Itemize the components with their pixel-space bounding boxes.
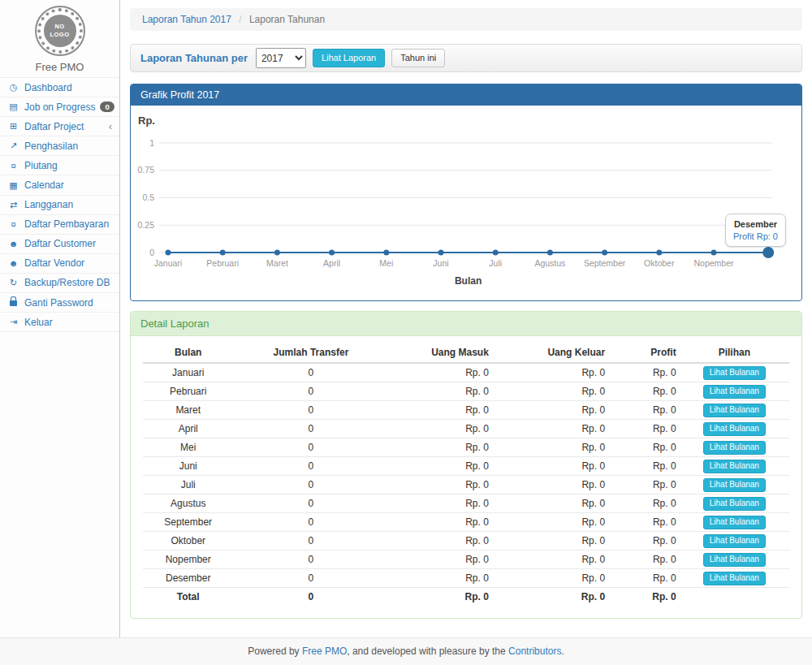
cell-profit: Rp. 0 bbox=[608, 494, 680, 513]
sidebar: NO LOGO Free PMO ◷Dashboard▤Job on Progr… bbox=[0, 0, 120, 637]
data-point[interactable] bbox=[656, 250, 662, 256]
cell-bulan: April bbox=[143, 420, 233, 438]
cell-jumlah: 0 bbox=[233, 513, 388, 532]
cell-masuk: Rp. 0 bbox=[388, 476, 491, 494]
col-uang-masuk: Uang Masuk bbox=[388, 343, 491, 363]
sidebar-item-dashboard[interactable]: ◷Dashboard bbox=[0, 78, 119, 97]
tahun-ini-button[interactable]: Tahun ini bbox=[391, 49, 445, 67]
cell-jumlah: 0 bbox=[233, 363, 388, 382]
cell-pilihan: Lihat Bulanan bbox=[680, 532, 789, 551]
cell-keluar: Rp. 0 bbox=[492, 494, 608, 513]
col-jumlah-transfer: Jumlah Transfer bbox=[233, 343, 388, 363]
cell-keluar: Rp. 0 bbox=[492, 551, 608, 569]
cell-bulan: September bbox=[143, 513, 233, 532]
footer-link-free-pmo[interactable]: Free PMO bbox=[302, 646, 347, 657]
cell-jumlah: 0 bbox=[233, 438, 388, 457]
data-point[interactable] bbox=[438, 250, 444, 256]
data-point[interactable] bbox=[166, 250, 171, 256]
highlighted-data-point[interactable] bbox=[762, 247, 774, 258]
sidebar-item-label: Daftar Pembayaran bbox=[24, 218, 109, 230]
breadcrumb-separator: / bbox=[239, 14, 241, 25]
cell-profit: Rp. 0 bbox=[608, 569, 680, 588]
sidebar-item-label: Langganan bbox=[24, 199, 73, 210]
breadcrumb-link-laporan-tahun[interactable]: Laporan Tahun 2017 bbox=[142, 14, 231, 25]
lihat-bulanan-button[interactable]: Lihat Bulanan bbox=[703, 460, 766, 473]
footer-text-prefix: Powered by bbox=[248, 646, 302, 657]
table-row: Januari0Rp. 0Rp. 0Rp. 0Lihat Bulanan bbox=[143, 363, 789, 382]
sidebar-item-ganti-password[interactable]: Ganti Password bbox=[0, 293, 119, 313]
cell-keluar: Rp. 0 bbox=[492, 569, 608, 588]
sidebar-item-daftar-customer[interactable]: ☻Daftar Customer bbox=[0, 235, 119, 254]
breadcrumb: Laporan Tahun 2017 / Laporan Tahunan bbox=[130, 8, 802, 31]
data-point[interactable] bbox=[493, 250, 499, 256]
lihat-bulanan-button[interactable]: Lihat Bulanan bbox=[703, 366, 766, 380]
y-tick-label: 0.25 bbox=[138, 220, 155, 230]
data-point[interactable] bbox=[274, 250, 280, 256]
cell-bulan: Oktober bbox=[143, 532, 233, 551]
cell-profit: Rp. 0 bbox=[608, 401, 680, 420]
cell-profit: Rp. 0 bbox=[608, 438, 680, 457]
cell-masuk: Rp. 0 bbox=[388, 494, 491, 513]
sidebar-item-backup-restore-db[interactable]: ↻Backup/Restore DB bbox=[0, 274, 119, 293]
data-point[interactable] bbox=[329, 250, 335, 256]
year-select[interactable]: 2017 bbox=[256, 48, 306, 68]
table-row: Nopember0Rp. 0Rp. 0Rp. 0Lihat Bulanan bbox=[143, 551, 789, 569]
sidebar-item-daftar-pembayaran[interactable]: ¤Daftar Pembayaran bbox=[0, 215, 119, 235]
cell-bulan: Agustus bbox=[143, 494, 233, 513]
brand-name: Free PMO bbox=[0, 61, 119, 73]
chart-body: Rp. 00.250.50.751JanuariPebruariMaretApr… bbox=[131, 106, 801, 300]
refresh-icon: ↻ bbox=[7, 278, 19, 288]
lihat-bulanan-button[interactable]: Lihat Bulanan bbox=[703, 572, 766, 585]
detail-panel-body: Bulan Jumlah Transfer Uang Masuk Uang Ke… bbox=[131, 336, 801, 618]
col-bulan: Bulan bbox=[143, 343, 233, 363]
x-tick-label: September bbox=[584, 258, 626, 268]
cell-masuk: Rp. 0 bbox=[388, 588, 491, 607]
cell-profit: Rp. 0 bbox=[608, 420, 680, 438]
lihat-bulanan-button[interactable]: Lihat Bulanan bbox=[703, 553, 766, 567]
cell-masuk: Rp. 0 bbox=[388, 401, 491, 420]
lihat-bulanan-button[interactable]: Lihat Bulanan bbox=[703, 422, 766, 436]
lihat-bulanan-button[interactable]: Lihat Bulanan bbox=[703, 497, 766, 511]
footer-link-contributors[interactable]: Contributors bbox=[508, 646, 561, 657]
footer-text-middle: , and developed with pleasure by the bbox=[347, 646, 508, 657]
sidebar-item-piutang[interactable]: ¤Piutang bbox=[0, 156, 119, 175]
lihat-bulanan-button[interactable]: Lihat Bulanan bbox=[703, 385, 766, 399]
cell-bulan: Mei bbox=[143, 438, 233, 457]
lihat-bulanan-button[interactable]: Lihat Bulanan bbox=[703, 534, 766, 548]
data-point[interactable] bbox=[383, 250, 389, 256]
chart-panel-title: Grafik Profit 2017 bbox=[131, 84, 801, 106]
lihat-bulanan-button[interactable]: Lihat Bulanan bbox=[703, 516, 766, 529]
cell-jumlah: 0 bbox=[233, 494, 388, 513]
lihat-bulanan-button[interactable]: Lihat Bulanan bbox=[703, 478, 766, 492]
users-icon: ☻ bbox=[7, 258, 19, 268]
sidebar-item-job-on-progress[interactable]: ▤Job on Progress0 bbox=[0, 97, 119, 117]
lihat-bulanan-button[interactable]: Lihat Bulanan bbox=[703, 441, 766, 455]
cell-profit: Rp. 0 bbox=[608, 363, 680, 382]
sidebar-item-daftar-vendor[interactable]: ☻Daftar Vendor bbox=[0, 254, 119, 274]
sidebar-item-langganan[interactable]: ⇄Langganan bbox=[0, 196, 119, 215]
sidebar-item-calendar[interactable]: ▦Calendar bbox=[0, 175, 119, 195]
cell-pilihan: Lihat Bulanan bbox=[680, 513, 789, 532]
cell-bulan: Januari bbox=[143, 363, 233, 382]
data-point[interactable] bbox=[711, 250, 717, 256]
cell-masuk: Rp. 0 bbox=[388, 551, 491, 569]
cell-pilihan: Lihat Bulanan bbox=[680, 420, 789, 438]
y-axis-label: Rp. bbox=[138, 114, 155, 127]
data-point[interactable] bbox=[220, 250, 226, 256]
cell-jumlah: 0 bbox=[233, 457, 388, 476]
cell-bulan: Pebruari bbox=[143, 382, 233, 401]
sidebar-item-label: Daftar Project bbox=[24, 121, 84, 132]
sidebar-item-keluar[interactable]: ⇥Keluar bbox=[0, 313, 119, 332]
x-tick-label: Pebruari bbox=[206, 258, 239, 268]
chart-tooltip: Desember Profit Rp: 0 bbox=[725, 214, 786, 247]
y-tick-label: 0.75 bbox=[138, 165, 155, 175]
data-point[interactable] bbox=[602, 250, 607, 256]
calendar-icon: ▦ bbox=[7, 180, 19, 191]
x-tick-label: Juli bbox=[489, 258, 502, 268]
data-point[interactable] bbox=[547, 250, 553, 256]
lihat-bulanan-button[interactable]: Lihat Bulanan bbox=[703, 404, 766, 417]
sidebar-item-daftar-project[interactable]: ⊞Daftar Project‹ bbox=[0, 117, 119, 136]
cell-masuk: Rp. 0 bbox=[388, 513, 491, 532]
lihat-laporan-button[interactable]: Lihat Laporan bbox=[313, 49, 385, 67]
sidebar-item-penghasilan[interactable]: ↗Penghasilan bbox=[0, 136, 119, 156]
